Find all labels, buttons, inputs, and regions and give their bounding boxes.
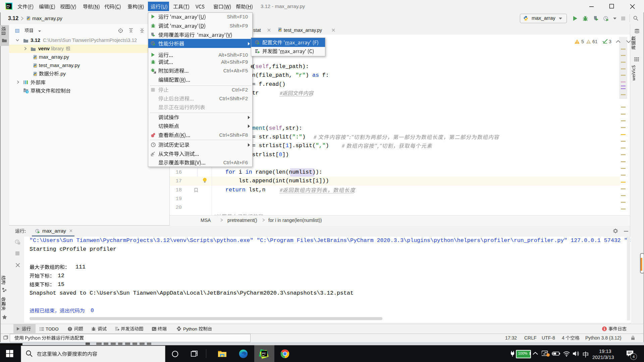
svg-text:4: 4 <box>633 355 635 359</box>
svg-text:PC: PC <box>7 5 10 7</box>
svg-text:PC: PC <box>262 352 266 355</box>
svg-text:1: 1 <box>603 327 605 331</box>
